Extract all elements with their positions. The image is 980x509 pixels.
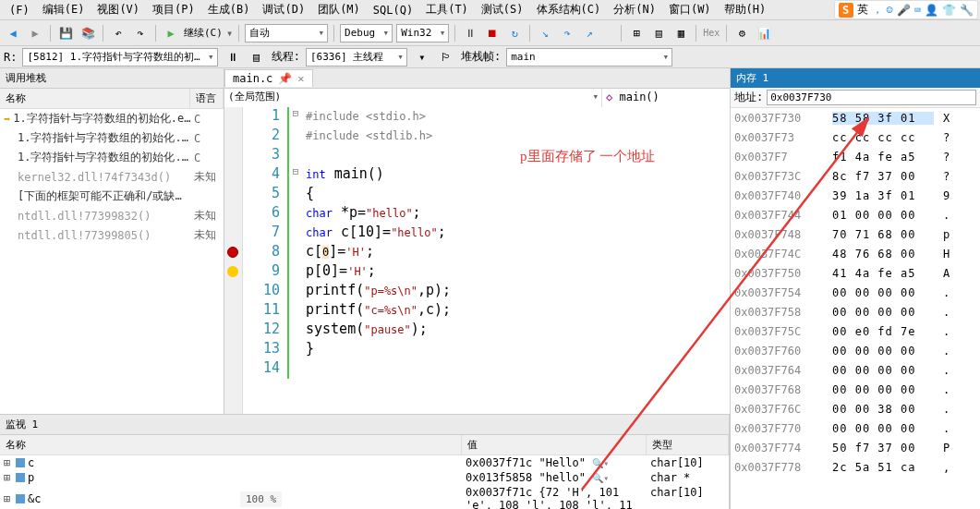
zoom-level[interactable]: 100 % <box>240 491 282 507</box>
watch-col-name[interactable]: 名称 <box>0 435 462 454</box>
memory-row[interactable]: 0x0037F74039 1a 3f 019 <box>731 186 980 205</box>
magnifier-icon[interactable]: 🔍▾ <box>592 473 609 483</box>
stack-row[interactable]: ntdll.dll!77399832()未知 <box>0 206 224 225</box>
memory-row[interactable]: 0x0037F75041 4a fe a5A <box>731 263 980 283</box>
window-icon[interactable]: ▤ <box>649 24 668 42</box>
nav-fwd-icon[interactable]: ▶ <box>26 24 44 42</box>
continue-icon[interactable]: ▶ <box>162 24 180 42</box>
step-into-icon[interactable]: ↘ <box>536 24 554 42</box>
stack-row[interactable]: ➡1.字符指针与字符数组的初始化.exe!main(… C <box>0 109 224 128</box>
nav-back-icon[interactable]: ◀ <box>4 24 22 42</box>
flag-icon[interactable]: 🏳 <box>437 48 455 67</box>
menu-item[interactable]: 帮助(H) <box>719 0 772 19</box>
memory-row[interactable]: 0x0037F74401 00 00 00. <box>731 205 980 224</box>
memory-row[interactable]: 0x0037F74870 71 68 00p <box>731 224 980 244</box>
stack-row[interactable]: 1.字符指针与字符数组的初始化.exe!_tmain…C <box>0 128 224 148</box>
menu-item[interactable]: 窗口(W) <box>663 0 717 19</box>
expand-icon[interactable]: ⊞ <box>4 456 13 469</box>
tab-mainc[interactable]: main.c 📌 ✕ <box>224 69 313 87</box>
close-icon[interactable]: ✕ <box>297 72 304 85</box>
memory-row[interactable]: 0x0037F74C48 76 68 00H <box>731 244 980 263</box>
ime-mic-icon[interactable]: 🎤 <box>897 4 911 17</box>
memory-row[interactable]: 0x0037F73cc cc cc cc? <box>731 127 980 147</box>
step-out-icon[interactable]: ↗ <box>580 24 599 42</box>
memory-row[interactable]: 0x0037F73058 58 3f 01X <box>731 108 980 127</box>
stack-row[interactable]: ntdll.dll!77399805()未知 <box>0 225 224 245</box>
breakpoint-icon[interactable] <box>227 247 238 258</box>
menu-item[interactable]: 体系结构(C) <box>531 0 607 19</box>
save-icon[interactable]: 💾 <box>56 24 75 42</box>
window-icon[interactable]: ▦ <box>671 24 690 42</box>
proc-lbl: R: <box>4 51 17 64</box>
memory-row[interactable]: 0x0037F7f1 4a fe a5? <box>731 147 980 166</box>
memory-panel: 内存 1 地址: 0x0037F73058 58 3f 01X0x0037F73… <box>730 68 980 509</box>
undo-icon[interactable]: ↶ <box>109 24 127 42</box>
memory-row[interactable]: 0x0037F77450 f7 37 00P <box>731 438 980 457</box>
memory-row[interactable]: 0x0037F76C00 00 38 00. <box>731 399 980 418</box>
expand-icon[interactable]: ⊞ <box>4 471 13 484</box>
stack-row[interactable]: 1.字符指针与字符数组的初始化.exe!mainC…C <box>0 148 224 167</box>
ime-smiley-icon[interactable]: ☺ <box>887 4 893 17</box>
memory-row[interactable]: 0x0037F75400 00 00 00. <box>731 283 980 302</box>
menu-item[interactable]: 视图(V) <box>91 0 145 19</box>
menu-item[interactable]: 工具(T) <box>420 0 474 19</box>
redo-icon[interactable]: ↷ <box>131 24 150 42</box>
watch-row[interactable]: ⊞ c0x0037f71c "Hello" 🔍▾char[10] <box>0 455 729 470</box>
auto-combo[interactable]: 自动 <box>245 24 328 42</box>
ime-logo-icon: S <box>839 3 853 18</box>
hex-icon[interactable]: Hex <box>702 24 720 42</box>
watch-col-val[interactable]: 值 <box>462 435 647 454</box>
ime-keyboard-icon[interactable]: ⌨ <box>914 4 921 17</box>
pause-icon[interactable]: ⏸ <box>461 24 479 42</box>
menu-item[interactable]: 生成(B) <box>202 0 256 19</box>
save-all-icon[interactable]: 📚 <box>79 24 97 42</box>
stack-row[interactable]: kernel32.dll!74f7343d()未知 <box>0 167 224 187</box>
menu-item[interactable]: SQL(Q) <box>368 2 418 18</box>
menu-item[interactable]: 测试(S) <box>476 0 529 19</box>
magnifier-icon[interactable]: 🔍▾ <box>592 458 609 468</box>
col-lang[interactable]: 语言 <box>190 89 224 108</box>
thread-combo[interactable]: [6336] 主线程 <box>306 48 407 67</box>
memory-row[interactable]: 0x0037F7782c 5a 51 ca, <box>731 457 980 477</box>
memory-row[interactable]: 0x0037F76400 00 00 00. <box>731 360 980 380</box>
watch-row[interactable]: ⊞ &c0x0037f71c {72 'H', 101 'e', 108 'l'… <box>0 485 729 509</box>
ime-skin-icon[interactable]: 👕 <box>942 4 956 17</box>
memory-row[interactable]: 0x0037F75C00 e0 fd 7e. <box>731 321 980 341</box>
addr-input[interactable] <box>767 90 976 105</box>
memory-row[interactable]: 0x0037F75800 00 00 00. <box>731 302 980 321</box>
ime-lang[interactable]: 英 <box>857 2 868 18</box>
watch-col-type[interactable]: 类型 <box>647 435 729 454</box>
restart-icon[interactable]: ↻ <box>505 24 524 42</box>
memory-row[interactable]: 0x0037F76000 00 00 00. <box>731 341 980 360</box>
window-icon[interactable]: ⊞ <box>627 24 646 42</box>
menu-item[interactable]: 分析(N) <box>608 0 661 19</box>
menu-item[interactable]: 团队(M) <box>312 0 366 19</box>
expand-icon[interactable]: ⊞ <box>4 492 13 505</box>
pause-proc-icon[interactable]: ⏸ <box>224 48 242 67</box>
watch-row[interactable]: ⊞ p0x013f5858 "hello" 🔍▾char * <box>0 470 729 485</box>
memory-row[interactable]: 0x0037F76800 00 00 00. <box>731 380 980 399</box>
ime-wrench-icon[interactable]: 🔧 <box>960 4 974 17</box>
stop-icon[interactable]: ⏹ <box>483 24 502 42</box>
config-combo[interactable]: Debug <box>340 24 393 42</box>
ime-user-icon[interactable]: 👤 <box>925 4 938 17</box>
scope-left[interactable]: (全局范围) <box>224 89 602 107</box>
thread-icon[interactable]: ▾ <box>413 48 431 67</box>
process-combo[interactable]: [5812] 1.字符指针与字符数组的初… <box>22 48 217 67</box>
menu-item[interactable]: 项目(P) <box>147 0 200 19</box>
stack-row[interactable]: [下面的框架可能不正确和/或缺失，没有为 <box>0 187 224 206</box>
menu-item[interactable]: 调试(D) <box>257 0 310 19</box>
memory-row[interactable]: 0x0037F73C8c f7 37 00? <box>731 166 980 186</box>
menu-item[interactable]: (F) <box>4 2 35 18</box>
col-name[interactable]: 名称 <box>0 89 190 108</box>
continue-button[interactable]: 继续(C) <box>184 26 223 40</box>
list-icon[interactable]: ▤ <box>248 48 266 67</box>
memory-row[interactable]: 0x0037F77000 00 00 00. <box>731 418 980 438</box>
platform-combo[interactable]: Win32 <box>396 24 449 42</box>
menu-item[interactable]: 编辑(E) <box>37 0 91 19</box>
step-over-icon[interactable]: ↷ <box>558 24 576 42</box>
tool-icon[interactable]: 📊 <box>755 24 773 42</box>
stackframe-combo[interactable]: main <box>506 48 672 67</box>
pin-icon[interactable]: 📌 <box>278 72 292 85</box>
tool-icon[interactable]: ⚙ <box>732 24 751 42</box>
